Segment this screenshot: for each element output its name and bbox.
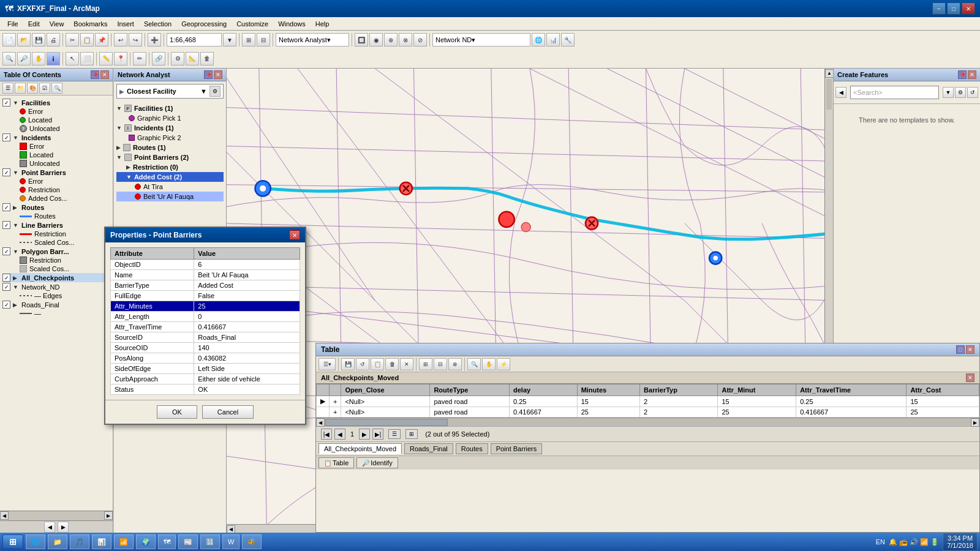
cancel-button[interactable]: Cancel [202,405,254,419]
table-pin-btn[interactable]: □ [956,345,965,354]
table-copy-btn[interactable]: 📋 [371,358,384,370]
networknd-checkbox[interactable] [2,283,10,291]
toc-poly-scaledcost[interactable]: Scaled Cos... [2,264,110,273]
cf-settings-btn[interactable]: ⚙ [209,86,221,97]
first-page-btn[interactable]: |◀ [321,429,332,440]
paste-btn[interactable]: 📌 [95,33,108,47]
tab-allcheckpoints[interactable]: All_Checkpoints_Moved [318,443,402,454]
nd-btn3[interactable]: 🔧 [561,33,575,47]
toc-linebarriers-header[interactable]: ▼ Line Barriers [2,220,110,230]
map-vscroll-thumb[interactable] [826,79,832,110]
toc-networknd[interactable]: ▼ Network_ND [2,282,110,291]
nd-btn2[interactable]: 📊 [546,33,560,47]
select-btn[interactable]: ↖ [66,52,79,66]
taskbar-chrome[interactable]: 🌍 [136,534,156,549]
menu-help[interactable]: Help [311,19,334,29]
pointbarriers-checkbox[interactable] [2,168,10,176]
tab-routes[interactable]: Routes [456,443,488,454]
print-btn[interactable]: 🖨 [47,33,60,47]
tab-pointbarriers[interactable]: Point Barriers [491,443,543,454]
facilities-expand[interactable]: ▼ [13,100,19,106]
measure-btn[interactable]: 📏 [99,52,113,66]
toc-edges[interactable]: — Edges [2,291,110,300]
table-view-btn1[interactable]: ☰ [388,429,401,439]
taskbar-app3[interactable]: 🐝 [242,534,262,549]
table-refresh-btn[interactable]: ↺ [356,358,369,370]
toc-facility-error[interactable]: Error [2,107,110,116]
na-btn3[interactable]: ⊕ [384,33,398,47]
toc-list-btn[interactable]: ☰ [2,83,13,94]
goto-btn[interactable]: 📍 [114,52,127,66]
networknd-expand[interactable]: ▼ [13,284,19,290]
dialog-close-btn[interactable]: ✕ [289,230,300,240]
na-toolbar-dropdown[interactable]: Network Analyst ▾ [276,33,349,47]
scale-dropdown[interactable]: ▼ [223,33,236,47]
na-btn5[interactable]: ⊘ [413,33,427,47]
toc-facility-unlocated[interactable]: ? Unlocated [2,124,110,133]
extra2[interactable]: 📐 [186,52,199,66]
na-btn1[interactable]: 🔲 [355,33,368,47]
maximize-button[interactable]: □ [947,2,960,15]
minimize-button[interactable]: − [932,2,946,15]
row2-selector[interactable] [317,407,330,418]
table-select-inv-btn[interactable]: ⊟ [434,358,447,370]
zoom-in-btn[interactable]: 🔍 [2,52,16,66]
taskbar-calc[interactable]: 🔢 [200,534,220,549]
toc-allcheckpoints[interactable]: ▶ All_Checkpoints [2,273,110,282]
menu-insert[interactable]: Insert [112,19,139,29]
row1-expand[interactable]: + [330,396,341,407]
toc-roadsfinal[interactable]: ▶ Roads_Final [2,300,110,309]
toc-draw-btn[interactable]: 🎨 [27,83,38,94]
facilities-checkbox[interactable] [2,99,10,107]
toc-facility-located[interactable]: Located [2,116,110,124]
na-incidents-row[interactable]: ▼ I Incidents (1) [116,123,224,133]
polybarriers-checkbox[interactable] [2,247,10,255]
scale-input[interactable]: 1:66,468 [167,33,222,47]
toc-nav-back[interactable]: ◀ [44,522,55,533]
zoom-full-btn[interactable]: ⊞ [242,33,255,47]
cut-btn[interactable]: ✂ [66,33,79,47]
incidents-expand[interactable]: ▼ [13,135,19,141]
new-btn[interactable]: 📄 [2,33,16,47]
na-btn4[interactable]: ⊗ [399,33,412,47]
edit-btn[interactable]: ✏ [133,52,146,66]
map-scroll-up[interactable]: ▲ [825,69,833,78]
table-close-btn[interactable]: ✕ [966,345,974,354]
cf-refresh-btn[interactable]: ↺ [967,87,978,98]
taskbar-ie[interactable]: 🌐 [26,534,45,549]
toc-pb-error[interactable]: Error [2,177,110,186]
toc-pointbarriers-header[interactable]: ▼ Point Barriers [2,168,110,177]
na-beitur-row[interactable]: Beit 'Ur Al Fauqa [116,192,224,201]
zoom-out-btn[interactable]: 🔎 [17,52,31,66]
cf-search-box[interactable]: <Search> [850,86,939,99]
identify-tab[interactable]: 🔎 Identify [356,457,398,468]
menu-view[interactable]: View [45,19,69,29]
toc-routes-header[interactable]: ▶ Routes [2,203,110,212]
ok-button[interactable]: OK [157,405,197,419]
table-zoom-btn[interactable]: 🔍 [467,358,481,370]
cf-options-btn[interactable]: ⚙ [955,87,966,98]
last-page-btn[interactable]: ▶| [372,429,383,440]
taskbar-wifi[interactable]: 📶 [114,534,134,549]
extra1[interactable]: ⚙ [171,52,184,66]
na-pb-addedcost-row[interactable]: ▼ Added Cost (2) [116,172,224,182]
row1-selector[interactable]: ▶ [317,396,330,407]
allcheckpoints-checkbox[interactable] [2,274,10,282]
nd-btn1[interactable]: 🌐 [532,33,545,47]
taskbar-app1[interactable]: 🗺 [158,534,176,549]
clear-select-btn[interactable]: ⬜ [80,52,94,66]
na-close-btn[interactable]: ✕ [214,70,222,79]
close-button[interactable]: ✕ [962,2,975,15]
toc-facilities-header[interactable]: ▼ Facilities [2,98,110,107]
table-scroll-thumb[interactable] [325,419,448,426]
pan-btn[interactable]: ✋ [32,52,45,66]
toc-routes-item[interactable]: Routes [2,212,110,220]
menu-file[interactable]: File [2,19,23,29]
snapping-btn[interactable]: 🔗 [152,52,165,66]
table-scroll-left[interactable]: ◀ [316,418,325,427]
cf-panel-close-btn[interactable]: ✕ [968,70,976,79]
toc-lb-restriction[interactable]: Restriction [2,230,110,238]
tab-roadsfinal[interactable]: Roads_Final [404,443,453,454]
table-save-btn[interactable]: 💾 [341,358,355,370]
row2-expand[interactable]: + [330,407,341,418]
